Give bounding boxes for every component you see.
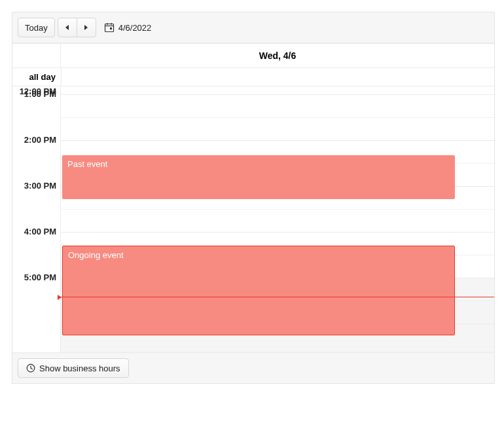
all-day-label: all day bbox=[12, 68, 61, 86]
prev-button[interactable] bbox=[58, 18, 77, 37]
svg-rect-4 bbox=[110, 28, 112, 29]
next-button[interactable] bbox=[77, 18, 96, 37]
svg-rect-0 bbox=[105, 24, 113, 32]
event-past[interactable]: Past event bbox=[62, 155, 455, 199]
time-label: 3:00 PM bbox=[24, 181, 56, 191]
event-title: Past event bbox=[67, 159, 107, 169]
calendar-footer: Show business hours bbox=[12, 352, 494, 383]
date-picker[interactable]: 4/6/2022 bbox=[104, 22, 152, 33]
time-label: 5:00 PM bbox=[24, 272, 56, 282]
day-header-label: Wed, 4/6 bbox=[259, 50, 297, 61]
calendar-icon bbox=[104, 22, 115, 33]
current-date-label: 4/6/2022 bbox=[118, 23, 152, 33]
event-ongoing[interactable]: Ongoing event bbox=[62, 246, 455, 335]
all-day-row[interactable]: all day bbox=[12, 68, 494, 86]
current-time-marker-icon bbox=[58, 295, 62, 300]
day-header-row: Wed, 4/6 bbox=[12, 43, 494, 68]
today-button[interactable]: Today bbox=[18, 18, 55, 37]
today-button-label: Today bbox=[25, 23, 48, 33]
show-business-hours-button[interactable]: Show business hours bbox=[18, 358, 129, 378]
chevron-left-icon bbox=[65, 25, 69, 30]
chevron-right-icon bbox=[84, 25, 88, 30]
clock-icon bbox=[26, 364, 35, 373]
show-business-hours-label: Show business hours bbox=[39, 364, 120, 373]
day-header: Wed, 4/6 bbox=[61, 44, 494, 67]
current-time-indicator bbox=[61, 297, 494, 297]
time-label: 1:00 PM bbox=[24, 89, 56, 99]
calendar-toolbar: Today bbox=[12, 12, 494, 43]
time-grid[interactable]: 12:00 PM 1:00 PM 2:00 PM 3:00 PM 4:00 PM… bbox=[12, 86, 494, 352]
events-column[interactable]: Past event Ongoing event bbox=[61, 86, 494, 352]
time-gutter: 12:00 PM 1:00 PM 2:00 PM 3:00 PM 4:00 PM… bbox=[12, 86, 61, 352]
time-label: 2:00 PM bbox=[24, 135, 56, 145]
time-label: 4:00 PM bbox=[24, 227, 56, 236]
event-title: Ongoing event bbox=[68, 250, 124, 260]
